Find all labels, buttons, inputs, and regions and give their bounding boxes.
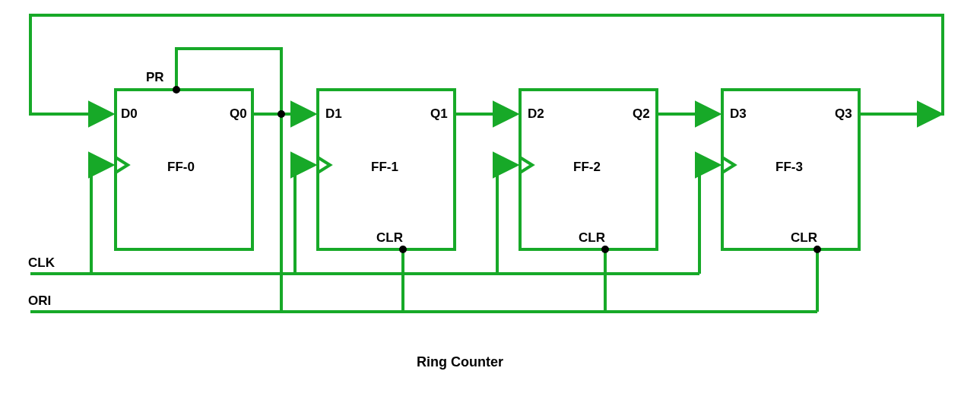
pin-q2: Q2 (633, 106, 650, 122)
pin-q0: Q0 (230, 106, 247, 122)
circuit-svg (0, 0, 980, 406)
pin-d2: D2 (528, 106, 544, 122)
svg-point-13 (173, 86, 180, 94)
pin-clr1: CLR (376, 230, 403, 246)
svg-point-14 (278, 110, 285, 118)
signal-ori: ORI (28, 293, 51, 309)
pin-q1: Q1 (430, 106, 448, 122)
svg-point-16 (601, 246, 609, 253)
pin-pr: PR (146, 70, 164, 85)
pin-d0: D0 (121, 106, 138, 122)
diagram-title: Ring Counter (417, 354, 503, 370)
ff-1-name: FF-1 (371, 160, 398, 175)
ff-2-name: FF-2 (573, 160, 601, 175)
ff-3-name: FF-3 (775, 160, 803, 175)
pin-clr3: CLR (791, 230, 817, 246)
signal-clk: CLK (28, 255, 55, 271)
pin-d3: D3 (730, 106, 747, 122)
svg-point-15 (399, 246, 407, 253)
pin-q3: Q3 (835, 106, 852, 122)
pin-clr2: CLR (579, 230, 605, 246)
ring-counter-diagram: D0 Q0 PR FF-0 D1 Q1 FF-1 CLR D2 Q2 FF-2 … (0, 0, 980, 406)
ff-0-name: FF-0 (167, 160, 195, 175)
svg-point-17 (813, 246, 821, 253)
pin-d1: D1 (325, 106, 342, 122)
